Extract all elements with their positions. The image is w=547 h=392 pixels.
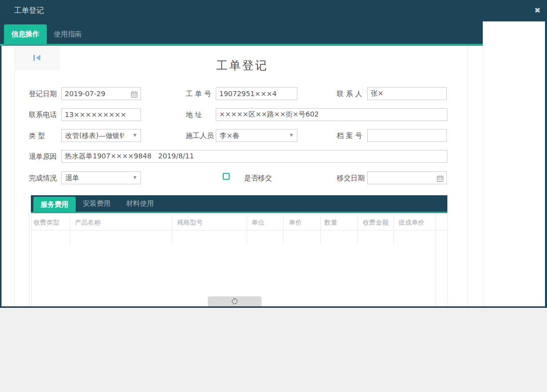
dialog-title: 工单登记 <box>14 0 44 21</box>
tab-material-use[interactable]: 材料使用 <box>126 195 154 212</box>
table-border <box>29 213 29 306</box>
form-content: 工单登记 登记日期 工 单 号 联 系 人 联系电话 <box>1 46 483 306</box>
reg-date-field[interactable] <box>61 87 141 100</box>
spinner-icon <box>232 298 238 304</box>
column-divider <box>172 216 172 244</box>
panel-right-edge <box>467 46 468 306</box>
chevron-down-icon: ▼ <box>134 130 137 141</box>
calendar-icon[interactable] <box>437 174 443 181</box>
col-header-unit-price: 单价 <box>289 218 302 227</box>
col-header-product-name: 产品名称 <box>75 218 101 227</box>
chevron-down-icon: ▼ <box>134 172 137 184</box>
page-title: 工单登记 <box>1 58 483 73</box>
reg-date-label: 登记日期 <box>29 87 57 100</box>
column-divider <box>394 216 394 244</box>
return-reason-label: 退单原因 <box>29 150 57 163</box>
fee-tabstrip: 服务费用 安装费用 材料使用 <box>31 195 447 212</box>
return-reason-input[interactable] <box>61 150 447 163</box>
address-label: 地 址 <box>186 108 202 121</box>
table-border <box>31 213 32 306</box>
worker-select-value: 李×春 <box>220 130 279 141</box>
transfer-checkbox[interactable] <box>223 173 230 180</box>
column-divider <box>357 216 358 244</box>
table-border <box>447 213 448 306</box>
transfer-label: 是否移交 <box>244 171 272 184</box>
close-icon[interactable]: ✖ <box>534 0 541 21</box>
tab-info-operation[interactable]: 信息操作 <box>4 24 47 44</box>
tab-service-fee[interactable]: 服务费用 <box>33 197 76 212</box>
transfer-date-field[interactable] <box>367 171 447 184</box>
col-header-fee-type: 收费类型 <box>33 218 59 227</box>
col-header-quantity: 数量 <box>324 218 337 227</box>
work-order-dialog: 工单登记 ✖ 信息操作 使用指南 工单登记 登记日期 <box>0 0 547 308</box>
col-header-unit: 单位 <box>252 218 265 227</box>
worker-label: 施工人员 <box>186 129 214 142</box>
calendar-icon[interactable] <box>131 90 137 97</box>
phone-label: 联系电话 <box>29 108 57 121</box>
transfer-date-label: 移交日期 <box>337 171 365 184</box>
fee-table: 收费类型 产品名称 规格型号 单位 单价 数量 收费金额 提成单价 <box>29 213 448 306</box>
loading-indicator <box>208 296 262 306</box>
tab-install-fee[interactable]: 安装费用 <box>83 195 111 212</box>
reg-date-input[interactable] <box>61 87 141 100</box>
tab-user-guide[interactable]: 使用指南 <box>48 24 88 44</box>
column-divider <box>320 216 321 244</box>
completion-select-value: 退单 <box>65 172 124 184</box>
worker-select[interactable]: 李×春 ▼ <box>216 129 297 142</box>
completion-label: 完成情况 <box>29 171 57 184</box>
order-no-input[interactable] <box>216 87 297 100</box>
chevron-down-icon: ▼ <box>290 130 293 141</box>
transfer-date-input[interactable] <box>367 171 447 184</box>
column-divider <box>70 216 70 244</box>
column-divider <box>283 216 283 244</box>
order-no-label: 工 单 号 <box>186 87 211 100</box>
contact-input[interactable] <box>367 87 447 100</box>
address-input[interactable] <box>216 108 447 121</box>
table-header-divider <box>29 230 448 231</box>
right-blank-panel <box>483 21 545 306</box>
completion-select[interactable]: 退单 ▼ <box>61 171 141 184</box>
type-select-value: 改管(移表)—做镀锌 <box>65 130 124 141</box>
col-header-fee-amount: 收费金额 <box>363 218 389 227</box>
column-divider <box>247 216 247 244</box>
contact-label: 联 系 人 <box>337 87 362 100</box>
col-header-spec-model: 规格型号 <box>177 218 203 227</box>
panel-left-edge <box>14 46 15 306</box>
archive-no-label: 档 案 号 <box>337 129 362 142</box>
archive-no-input[interactable] <box>367 129 447 142</box>
phone-input[interactable] <box>61 108 141 121</box>
table-border <box>435 213 436 306</box>
col-header-commission: 提成单价 <box>399 218 424 227</box>
type-select[interactable]: 改管(移表)—做镀锌 ▼ <box>61 129 141 142</box>
type-label: 类 型 <box>29 129 45 142</box>
